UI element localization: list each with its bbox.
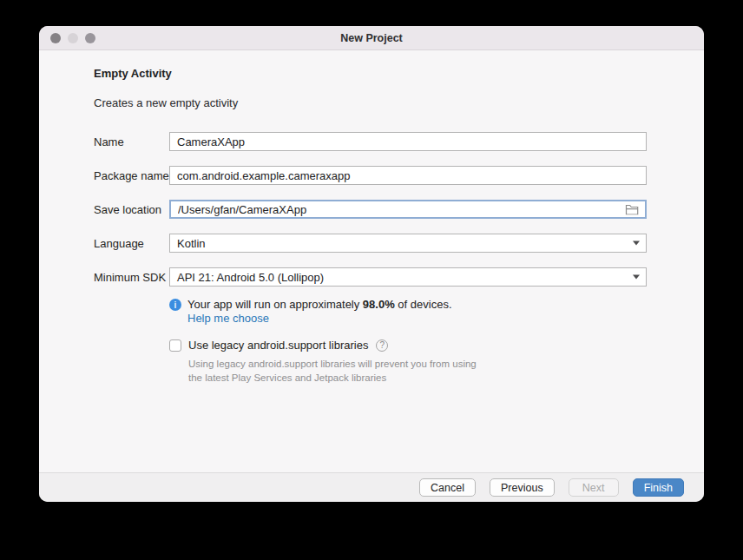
question-help-icon[interactable]: ? [376,339,388,352]
window-title: New Project [39,26,704,49]
sdk-info-after: of devices. [395,298,452,311]
sdk-info-percent: 98.0% [363,298,395,311]
cancel-button[interactable]: Cancel [419,478,476,497]
minimum-sdk-label: Minimum SDK [94,271,169,284]
save-location-row: Save location [94,200,647,219]
legacy-desc-line2: the latest Play Services and Jetpack lib… [188,372,386,383]
language-value: Kotlin [170,237,213,250]
save-location-input[interactable] [171,201,645,217]
legacy-desc-line1: Using legacy android.support libraries w… [188,359,477,369]
sdk-info-before: Your app will run on approximately [187,298,363,311]
titlebar: New Project [39,26,704,50]
package-row: Package name [94,166,647,185]
help-me-choose-link[interactable]: Help me choose [187,312,269,325]
chevron-down-icon [633,241,640,246]
package-name-label: Package name [94,169,169,182]
minimum-sdk-value: API 21: Android 5.0 (Lollipop) [170,271,331,284]
info-icon: i [169,299,181,311]
package-name-input[interactable] [170,167,646,184]
language-row: Language Kotlin [94,234,647,253]
page-title: Empty Activity [94,50,647,80]
folder-browse-icon[interactable] [625,204,639,215]
page-subtitle: Creates a new empty activity [94,96,647,109]
name-label: Name [94,135,169,148]
dialog-footer: Cancel Previous Next Finish [39,472,704,502]
next-button: Next [569,478,619,497]
finish-button[interactable]: Finish [633,478,684,497]
previous-button[interactable]: Previous [490,478,555,497]
legacy-support-checkbox[interactable] [169,339,181,352]
minimum-sdk-dropdown[interactable]: API 21: Android 5.0 (Lollipop) [169,267,647,287]
package-field-wrap [169,166,647,185]
sdk-info-block: i Your app will run on approximately 98.… [169,298,647,326]
legacy-support-description: Using legacy android.support libraries w… [188,358,647,385]
save-location-field-wrap [169,200,647,219]
language-dropdown[interactable]: Kotlin [169,234,647,253]
sdk-info-text: Your app will run on approximately 98.0%… [187,298,452,326]
dialog-body: Empty Activity Creates a new empty activ… [39,50,704,472]
legacy-support-label: Use legacy android.support libraries [188,339,368,352]
new-project-dialog: New Project Empty Activity Creates a new… [39,26,704,502]
save-location-label: Save location [94,203,169,216]
name-row: Name [94,132,647,151]
minimum-sdk-row: Minimum SDK API 21: Android 5.0 (Lollipo… [94,267,647,287]
language-label: Language [94,237,169,250]
chevron-down-icon [633,275,640,280]
name-field-wrap [169,132,647,151]
name-input[interactable] [170,133,646,150]
legacy-support-row: Use legacy android.support libraries ? [169,339,647,352]
